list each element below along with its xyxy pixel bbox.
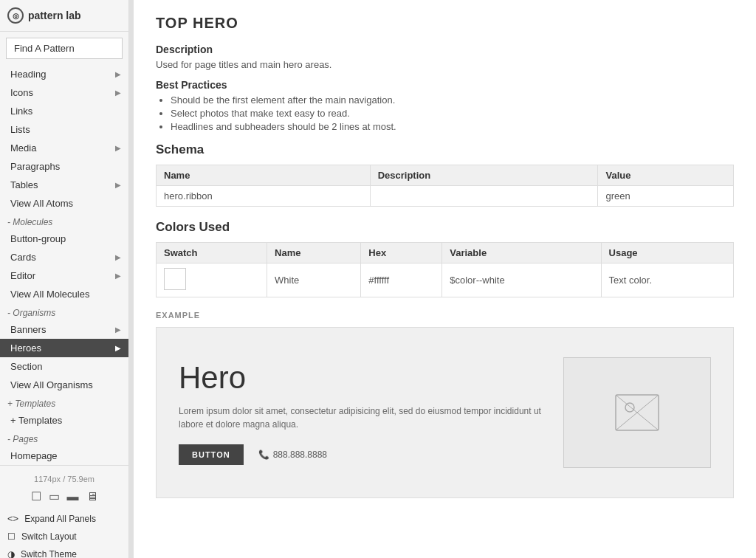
switch-theme-label: Switch Theme <box>21 549 77 558</box>
color-hex: #ffffff <box>361 264 442 297</box>
col-hex: Hex <box>361 243 442 264</box>
sidebar-item-label: View All Atoms <box>10 198 73 209</box>
sidebar-item-label: Icons <box>10 87 33 98</box>
sidebar-item-label: Media <box>10 142 36 154</box>
schema-section: Schema Name Description Value hero.ribbo… <box>156 142 734 207</box>
pages-section-label: - Pages <box>0 430 128 447</box>
image-placeholder-icon <box>615 394 659 431</box>
switch-theme[interactable]: ◑ Switch Theme <box>0 545 128 558</box>
sidebar-item-templates[interactable]: + Templates <box>0 411 128 430</box>
sidebar-item-homepage[interactable]: Homepage <box>0 447 128 465</box>
sidebar-item-label: View All Organisms <box>10 379 93 390</box>
sidebar-item-view-all-organisms[interactable]: View All Organisms <box>0 376 128 394</box>
sidebar-item-button-group[interactable]: Button-group <box>0 230 128 248</box>
col-name: Name <box>267 243 361 264</box>
templates-section-label[interactable]: + Templates <box>0 394 128 411</box>
sidebar-item-cards[interactable]: Cards ▶ <box>0 248 128 266</box>
sidebar-item-label: Heading <box>10 69 46 80</box>
colors-heading: Colors Used <box>156 220 734 235</box>
sidebar-item-label: Section <box>10 361 42 372</box>
phone-number: 888.888.8888 <box>273 450 327 460</box>
col-usage: Usage <box>601 243 733 264</box>
chevron-right-icon: ▶ <box>115 326 121 334</box>
switch-layout[interactable]: ☐ Switch Layout <box>0 528 128 545</box>
sidebar-item-section[interactable]: Section <box>0 357 128 376</box>
mobile-icon[interactable]: ☐ <box>31 489 41 503</box>
sidebar-item-links[interactable]: Links <box>0 102 128 120</box>
color-swatch <box>164 268 186 290</box>
hero-preview: Hero Lorem ipsum dolor sit amet, consect… <box>156 327 734 498</box>
sidebar-item-paragraphs[interactable]: Paragraphs <box>0 157 128 176</box>
schema-value: green <box>598 186 734 207</box>
swatch-cell <box>157 264 267 297</box>
col-name: Name <box>157 165 371 186</box>
color-usage: Text color. <box>601 264 733 297</box>
colors-section: Colors Used Swatch Name Hex Variable Usa… <box>156 220 734 297</box>
hero-image-placeholder <box>563 357 711 468</box>
sidebar-item-lists[interactable]: Lists <box>0 120 128 139</box>
sidebar-item-label: Heroes <box>10 342 41 354</box>
sidebar-item-view-all-atoms[interactable]: View All Atoms <box>0 194 128 213</box>
schema-description <box>370 186 598 207</box>
chevron-right-icon: ▶ <box>115 272 121 280</box>
hero-button[interactable]: BUTTON <box>179 444 244 465</box>
color-variable: $color--white <box>442 264 601 297</box>
schema-table: Name Description Value hero.ribbon green <box>156 165 734 207</box>
schema-name: hero.ribbon <box>157 186 371 207</box>
sidebar-item-label: Editor <box>10 270 35 281</box>
table-row: White #ffffff $color--white Text color. <box>157 264 734 297</box>
sidebar-item-media[interactable]: Media ▶ <box>0 139 128 157</box>
switch-layout-label: Switch Layout <box>21 531 77 542</box>
desktop-sm-icon[interactable]: ▬ <box>67 489 79 503</box>
col-description: Description <box>370 165 598 186</box>
list-item: Headlines and subheaders should be 2 lin… <box>171 121 734 132</box>
hero-title: Hero <box>179 360 549 396</box>
page-title: TOP HERO <box>156 15 734 32</box>
app-logo: ◎ pattern lab <box>0 0 128 32</box>
description-text: Used for page titles and main hero areas… <box>156 59 734 70</box>
organisms-section-label: - Organisms <box>0 303 128 320</box>
sidebar-item-heading[interactable]: Heading ▶ <box>0 65 128 83</box>
find-pattern-button[interactable]: Find A Pattern <box>6 38 123 59</box>
sidebar-item-label: Button-group <box>10 233 66 244</box>
expand-all-panels[interactable]: <> Expand All Panels <box>0 509 128 528</box>
expand-label: Expand All Panels <box>24 514 96 524</box>
main-content: TOP HERO Description Used for page title… <box>134 0 756 558</box>
sidebar-item-editor[interactable]: Editor ▶ <box>0 266 128 285</box>
chevron-right-icon: ▶ <box>115 181 121 189</box>
sidebar-item-label: Lists <box>10 124 30 135</box>
example-section: EXAMPLE Hero Lorem ipsum dolor sit amet,… <box>156 311 734 498</box>
best-practices-list: Should be the first element after the ma… <box>156 94 734 132</box>
chevron-right-icon: ▶ <box>115 70 121 78</box>
sidebar-navigation: Heading ▶ Icons ▶ Links Lists Media ▶ Pa… <box>0 65 128 465</box>
tablet-icon[interactable]: ▭ <box>49 489 60 503</box>
best-practices-heading: Best Practices <box>156 79 734 91</box>
sidebar-item-label: Homepage <box>10 450 58 461</box>
chevron-right-icon: ▶ <box>115 89 121 97</box>
colors-table: Swatch Name Hex Variable Usage White #ff… <box>156 242 734 297</box>
list-item: Should be the first element after the ma… <box>171 94 734 106</box>
viewport-icons: ☐ ▭ ▬ 🖥 <box>0 486 128 509</box>
desktop-icon[interactable]: 🖥 <box>86 489 98 503</box>
hero-actions: BUTTON 📞 888.888.8888 <box>179 444 549 465</box>
layout-icon: ☐ <box>7 531 16 542</box>
hero-body: Lorem ipsum dolor sit amet, consectetur … <box>179 404 549 431</box>
sidebar-item-banners[interactable]: Banners ▶ <box>0 320 128 339</box>
sidebar-footer: 1174px / 75.9em ☐ ▭ ▬ 🖥 <> Expand All Pa… <box>0 465 128 558</box>
sidebar-item-label: Banners <box>10 324 46 335</box>
sidebar-item-icons[interactable]: Icons ▶ <box>0 83 128 102</box>
sidebar-item-view-all-molecules[interactable]: View All Molecules <box>0 285 128 303</box>
table-row: hero.ribbon green <box>157 186 734 207</box>
sidebar-item-label: Paragraphs <box>10 161 60 172</box>
sidebar-item-heroes[interactable]: Heroes ▶ <box>0 339 128 357</box>
sidebar: ◎ pattern lab Find A Pattern Heading ▶ I… <box>0 0 129 558</box>
description-section: Description Used for page titles and mai… <box>156 44 734 70</box>
sidebar-item-label: Tables <box>10 179 38 190</box>
logo-text: pattern lab <box>28 10 81 21</box>
size-info: 1174px / 75.9em <box>0 472 128 486</box>
sidebar-item-tables[interactable]: Tables ▶ <box>0 176 128 194</box>
list-item: Select photos that make text easy to rea… <box>171 108 734 119</box>
description-heading: Description <box>156 44 734 55</box>
molecules-section-label: - Molecules <box>0 213 128 230</box>
svg-point-3 <box>625 403 634 412</box>
